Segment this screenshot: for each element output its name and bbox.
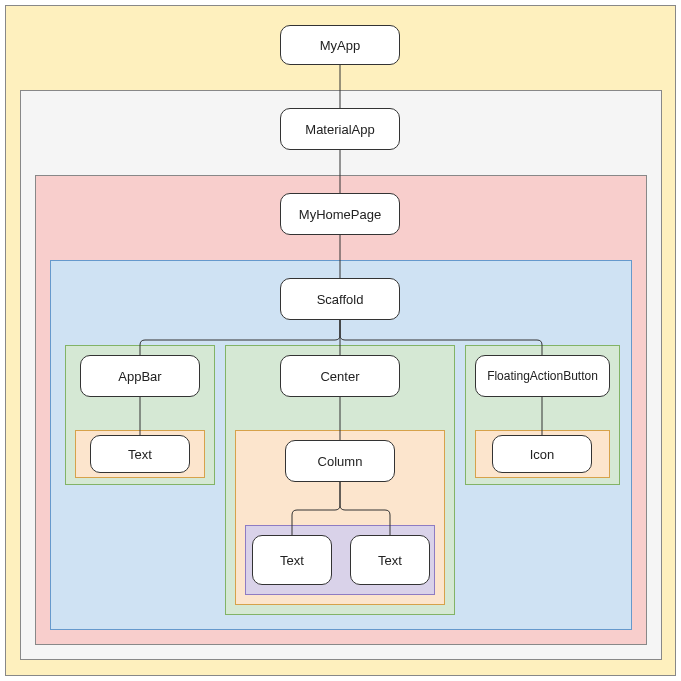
node-appbar: AppBar xyxy=(80,355,200,397)
node-column: Column xyxy=(285,440,395,482)
node-appbar-text: Text xyxy=(90,435,190,473)
node-myapp: MyApp xyxy=(280,25,400,65)
node-column-text2: Text xyxy=(350,535,430,585)
node-materialapp: MaterialApp xyxy=(280,108,400,150)
node-fab: FloatingActionButton xyxy=(475,355,610,397)
node-scaffold: Scaffold xyxy=(280,278,400,320)
node-center: Center xyxy=(280,355,400,397)
node-column-text1: Text xyxy=(252,535,332,585)
node-myhomepage: MyHomePage xyxy=(280,193,400,235)
node-fab-icon: Icon xyxy=(492,435,592,473)
